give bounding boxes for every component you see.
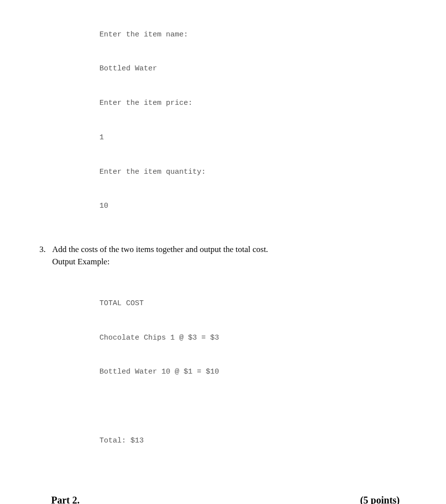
step-text: Output Example:: [52, 256, 268, 268]
code-line: Enter the item name:: [99, 29, 412, 40]
code-line: Enter the item quantity:: [99, 166, 412, 178]
code-line: Chocolate Chips 1 @ $3 = $3: [99, 332, 412, 344]
step-body: Add the costs of the two items together …: [52, 244, 268, 268]
code-line: 10: [99, 200, 412, 212]
step-3: 3. Add the costs of the two items togeth…: [39, 244, 412, 268]
code-line: Bottled Water 10 @ $1 = $10: [99, 366, 412, 378]
part-points: (5 points): [360, 493, 400, 504]
code-line: Enter the item price:: [99, 97, 412, 109]
step-text: Add the costs of the two items together …: [52, 244, 268, 256]
code-line: 1: [99, 132, 412, 143]
code-block-input: Enter the item name: Bottled Water Enter…: [99, 6, 412, 235]
part-title: Part 2.: [51, 493, 80, 504]
code-line: Bottled Water: [99, 63, 412, 74]
code-line: [99, 401, 412, 412]
code-line: TOTAL COST: [99, 298, 412, 309]
code-line: Total: $13: [99, 435, 412, 446]
part-2-header: Part 2. (5 points): [51, 493, 400, 504]
step-number: 3.: [39, 244, 52, 268]
code-block-output: TOTAL COST Chocolate Chips 1 @ $3 = $3 B…: [99, 275, 412, 469]
document-page: Enter the item name: Bottled Water Enter…: [0, 0, 446, 504]
